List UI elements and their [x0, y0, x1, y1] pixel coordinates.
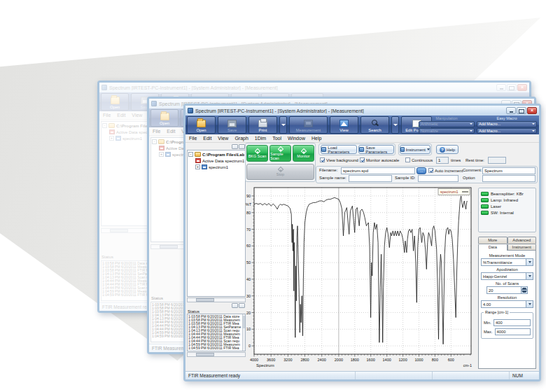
normalize-dropdown[interactable]: Normalize [419, 128, 475, 134]
tree-item-active-data[interactable]: Active Data spectrum1 [188, 158, 244, 164]
save-floppy-icon [227, 120, 237, 127]
tree-item-root[interactable]: -C:\Program Files\LabSolut [188, 151, 244, 158]
instrument-status-row: SW: Internal [481, 209, 533, 216]
scans-stepper[interactable]: 20 [486, 286, 528, 294]
panel-close-button[interactable] [239, 144, 245, 149]
tab-data[interactable]: Data [478, 244, 507, 251]
status-pane [356, 372, 433, 379]
menu-item[interactable]: Window [288, 136, 305, 141]
folder-panel: -C:\Program Files\LabSolut Active Data s… [186, 143, 247, 371]
sample-id-field[interactable] [418, 175, 458, 182]
rest-time-label: Rest time: [465, 158, 484, 162]
window-title: Spectrum [IRTEST-PC-Instrument1] - [Syst… [109, 85, 494, 90]
print-button[interactable]: Print [248, 116, 277, 134]
instrument-button[interactable]: Instrument [400, 145, 430, 154]
maximize-button [507, 84, 517, 91]
menu-item[interactable]: Edit [203, 136, 211, 141]
view-button[interactable]: View [330, 116, 358, 134]
apodization-select[interactable]: Happ-Genzel [481, 272, 533, 280]
monitor-button[interactable]: Monitor [293, 145, 314, 162]
range-groupbox: Range [cm-1] Min.400 Max.4000 [481, 312, 533, 339]
browse-button[interactable]: ... [416, 167, 426, 174]
expand-icon[interactable]: + [195, 164, 200, 169]
status-log-entry: 1:04:44 PM 6/20/2011 FTIR Mea [102, 283, 154, 286]
menu-item[interactable]: Graph [234, 136, 248, 141]
status-log-entry: 1:04:44 PM 6/20/2011 Scan requ [102, 286, 154, 290]
status-horizontal-scrollbar[interactable] [187, 352, 246, 357]
svg-text:50: 50 [246, 260, 251, 265]
app-icon [188, 108, 193, 113]
tree-item-spectrum1[interactable]: +spectrum1 [188, 164, 244, 170]
measurement-mode-select[interactable]: %Transmittance [481, 258, 533, 266]
save-button[interactable]: Save [218, 116, 246, 134]
svg-text:30: 30 [246, 294, 251, 298]
stop-button[interactable]: Stop [246, 164, 314, 180]
sample-name-label: Sample name: [319, 176, 346, 180]
open-folder-icon [160, 113, 169, 120]
minimize-button[interactable] [506, 107, 516, 114]
checkbox-checked-icon [320, 158, 325, 162]
view-background-checkbox[interactable]: View background [320, 158, 358, 162]
menubar: FileEditViewGraph1DimToolWindowHelp [186, 134, 539, 143]
rest-time-field[interactable] [488, 157, 506, 164]
status-log-entry: 1:03:58 PM 6/20/2011 Measurem [102, 265, 154, 269]
tab-advanced[interactable]: Advanced [507, 237, 537, 244]
svg-text:800: 800 [432, 358, 438, 362]
menu-item[interactable]: Help [312, 136, 321, 141]
data-tree: -C:\Program Files\LabSolut Active Data s… [187, 150, 246, 297]
resolution-select[interactable]: 4.00 [481, 300, 533, 308]
menu-item[interactable]: Tool [272, 136, 281, 141]
save-parameters-button[interactable]: Save Parameters [358, 145, 394, 154]
close-button: × [517, 84, 527, 91]
resolution-label: Resolution [481, 295, 533, 300]
bkg-scan-button[interactable]: BKG Scan [246, 145, 268, 162]
active-data-icon [195, 158, 201, 163]
tab-more[interactable]: More [478, 237, 507, 244]
menu-item: File [153, 129, 160, 134]
panel-pin-button[interactable] [232, 144, 238, 149]
filename-field[interactable]: spectrum.spd [341, 167, 415, 174]
help-button[interactable]: ?Help [436, 145, 458, 154]
menu-item[interactable]: 1Dim [255, 136, 266, 141]
auto-increment-checkbox[interactable]: Auto increment [428, 168, 463, 173]
measurement-button[interactable]: Measurement [289, 116, 328, 134]
chevron-down-icon [526, 273, 533, 279]
continuous-checkbox[interactable]: Continuous [405, 158, 433, 162]
load-parameters-button[interactable]: Load Parameters [321, 145, 357, 154]
scan-diamond-icon [277, 146, 283, 151]
tree-horizontal-scrollbar[interactable] [187, 298, 246, 302]
comment-field[interactable]: Spectrum [482, 167, 536, 174]
spectrum-file-icon [202, 164, 207, 169]
sample-name-field[interactable] [349, 175, 392, 182]
range-min-field[interactable]: 400 [493, 319, 531, 326]
add-macro-dropdown-2[interactable]: Add Macro... [477, 128, 537, 134]
sample-scan-button[interactable]: Sample Scan [270, 145, 291, 162]
svg-text:%T: %T [246, 202, 252, 206]
collapse-icon[interactable]: - [188, 152, 193, 157]
status-pane [433, 372, 510, 379]
open-button[interactable]: Open [187, 116, 216, 134]
manipulation-group: Manipulation Arithmetic Normalize [419, 116, 475, 134]
menu-item[interactable]: View [218, 136, 228, 141]
svg-text:80: 80 [246, 211, 251, 215]
maximize-button[interactable] [517, 107, 526, 114]
search-button[interactable]: Search [360, 116, 389, 134]
svg-text:1000: 1000 [414, 358, 423, 362]
spinner-down-icon[interactable] [522, 290, 527, 294]
svg-text:10: 10 [246, 327, 251, 331]
svg-text:1200: 1200 [398, 358, 407, 362]
svg-text:60: 60 [246, 244, 251, 248]
range-max-field[interactable]: 4000 [495, 328, 531, 335]
monitor-autoscale-checkbox[interactable]: Monitor autoscale [360, 158, 399, 162]
print-dropdown[interactable] [279, 116, 287, 134]
option-field[interactable] [482, 175, 536, 182]
continuous-count-field[interactable]: 1 [436, 157, 449, 164]
add-macro-dropdown-1[interactable]: Add Macro... [477, 121, 537, 127]
menu-item[interactable]: File [189, 136, 197, 141]
easy-macro-header: Easy Macro [477, 116, 537, 120]
status-pin-button[interactable] [232, 303, 238, 308]
arithmetic-dropdown[interactable]: Arithmetic [419, 121, 475, 127]
close-button[interactable]: × [527, 107, 537, 114]
search-dropdown[interactable] [391, 116, 399, 134]
svg-text:cm-1: cm-1 [463, 363, 472, 368]
